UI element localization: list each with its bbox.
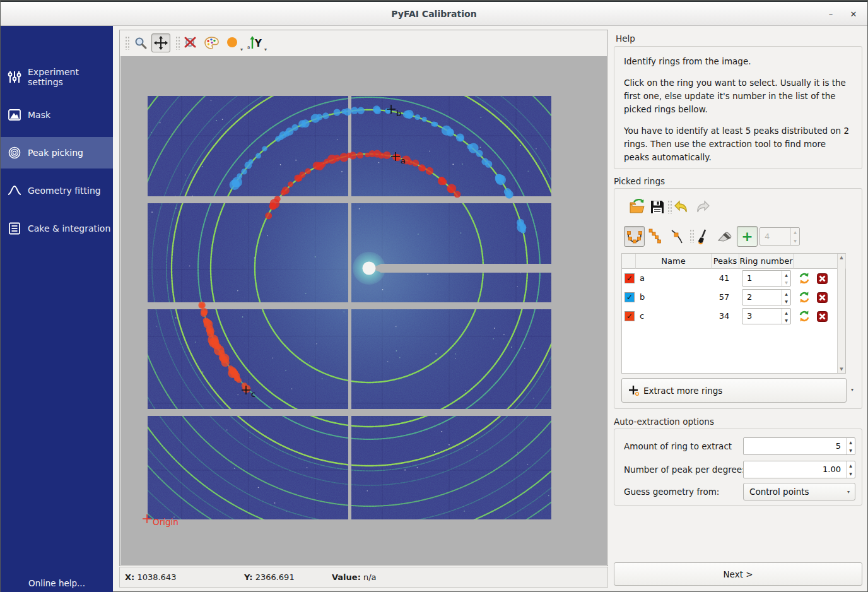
cake-icon [8, 222, 21, 235]
sidebar-item-experiment-settings[interactable]: Experiment settings [1, 61, 113, 93]
table-scrollbar[interactable]: ▲ ▼ [837, 254, 845, 373]
pan-tool-button[interactable] [151, 33, 170, 52]
auto-option-value: 1.00 [823, 465, 841, 474]
add-ring-button[interactable]: + [737, 226, 758, 247]
save-rings-button[interactable] [650, 199, 666, 216]
single-peak-tool-icon [669, 228, 686, 245]
ring-peaks-count: 57 [712, 292, 737, 302]
auto-option-spin[interactable]: 1.00▲▼ [743, 461, 855, 478]
spin-up-icon[interactable]: ▲ [785, 273, 788, 277]
extract-more-rings-button[interactable]: Extract more rings [621, 378, 847, 403]
extract-menu-caret-icon[interactable]: ▾ [851, 387, 853, 393]
plot-toolbar: ▾ a Y ▾ [120, 30, 607, 56]
svg-text:Y: Y [254, 38, 262, 49]
auto-option-label: Amount of ring to extract [624, 441, 732, 451]
ring-visible-checkbox[interactable]: ✓ [625, 273, 635, 283]
magnifier-icon [134, 36, 148, 50]
app-window: PyFAI Calibration – ✕ Experiment setting… [0, 0, 868, 592]
picked-rings-table: NamePeaksRing number ✓a411▲▼✓b572▲▼✓c343… [621, 253, 846, 374]
scroll-down-icon[interactable]: ▼ [838, 367, 845, 372]
ring-number-spin[interactable]: 1▲▼ [742, 270, 791, 287]
spin-down-icon[interactable]: ▼ [794, 239, 797, 243]
guess-geometry-combo[interactable]: Control points▾ [743, 483, 855, 500]
spin-down-icon[interactable]: ▼ [849, 471, 852, 476]
spin-down-icon[interactable]: ▼ [849, 448, 852, 453]
caret-down-icon: ▾ [847, 489, 850, 495]
combo-value: Control points [749, 487, 809, 497]
caret-down-icon: ▾ [264, 47, 267, 52]
svg-text:b: b [396, 109, 401, 118]
sidebar-item-cake-integration[interactable]: Cake & integration [1, 213, 113, 244]
delete-ring-icon[interactable] [817, 273, 828, 284]
toolbar-handle[interactable] [667, 200, 672, 214]
spin-up-icon[interactable]: ▲ [849, 440, 852, 444]
svg-text:a: a [247, 45, 250, 50]
sidebar-item-mask[interactable]: Mask [1, 99, 113, 131]
help-text: Identify rings from the image.Click on t… [624, 55, 853, 172]
spin-up-icon[interactable]: ▲ [849, 463, 852, 468]
new-ring-number-spin[interactable]: 4 ▲ ▼ [760, 227, 800, 246]
spin-up-icon[interactable]: ▲ [794, 230, 797, 234]
ring-peaks-count: 41 [712, 273, 737, 283]
marker-color-button[interactable]: ▾ [223, 33, 242, 52]
minimize-button[interactable]: – [823, 7, 838, 22]
spin-up-icon[interactable]: ▲ [785, 311, 788, 315]
arc-tool-icon [648, 228, 664, 245]
plus-dot-icon [628, 385, 640, 396]
help-section-title: Help [616, 33, 635, 44]
pan-arrows-icon [154, 36, 168, 50]
toolbar-handle[interactable] [175, 36, 180, 50]
title-bar: PyFAI Calibration – ✕ [1, 1, 867, 26]
redo-button[interactable] [695, 199, 711, 216]
arc-select-tool-button[interactable] [645, 226, 666, 247]
ring-visible-checkbox[interactable]: ✓ [625, 311, 635, 321]
next-button[interactable]: Next > [614, 562, 862, 586]
orange-dot-icon [226, 36, 240, 50]
load-rings-button[interactable] [629, 199, 645, 215]
ring-number-spin[interactable]: 2▲▼ [742, 289, 791, 305]
redo-arrow-icon [695, 199, 711, 215]
table-header-Ring number: Ring number [739, 254, 794, 269]
ring-number-spin[interactable]: 3▲▼ [742, 308, 791, 324]
colormap-button[interactable] [202, 33, 221, 52]
spin-down-icon[interactable]: ▼ [785, 318, 788, 323]
refresh-ring-icon[interactable] [798, 310, 811, 323]
online-help-link[interactable]: Online help... [1, 578, 113, 588]
point-select-tool-button[interactable] [667, 226, 688, 247]
refresh-ring-icon[interactable] [798, 272, 811, 285]
close-button[interactable]: ✕ [846, 7, 861, 22]
ring-name: a [640, 273, 645, 283]
svg-text:a: a [401, 156, 406, 165]
sliders-icon [8, 70, 21, 84]
eraser-tool-button[interactable] [714, 226, 735, 247]
toolbar-handle[interactable] [125, 36, 129, 50]
clear-zoom-button[interactable] [182, 33, 201, 52]
sidebar: Experiment settingsMaskPeak pickingGeome… [1, 26, 113, 592]
sidebar-item-label: Peak picking [28, 148, 83, 158]
sidebar-item-geometry-fitting[interactable]: Geometry fitting [1, 175, 113, 206]
rings-icon [8, 146, 21, 160]
sidebar-item-label: Experiment settings [28, 67, 113, 87]
spin-down-icon[interactable]: ▼ [785, 299, 788, 304]
table-row-a[interactable]: ✓a411▲▼ [622, 269, 845, 288]
diffraction-canvas[interactable]: abcOrigin [120, 56, 607, 565]
scroll-up-icon[interactable]: ▲ [838, 255, 845, 260]
ring-number-value: 3 [747, 311, 752, 321]
ring-select-tool-button[interactable] [624, 226, 645, 247]
undo-button[interactable] [673, 199, 689, 216]
ring-visible-checkbox[interactable]: ✓ [625, 292, 635, 302]
status-x-label: X: [125, 572, 134, 582]
spin-down-icon[interactable]: ▼ [785, 280, 788, 285]
refresh-ring-icon[interactable] [798, 291, 811, 304]
delete-ring-icon[interactable] [817, 311, 828, 322]
axis-orientation-button[interactable]: a Y ▾ [245, 33, 267, 52]
auto-option-spin[interactable]: 5▲▼ [743, 437, 855, 455]
spin-up-icon[interactable]: ▲ [785, 292, 788, 296]
table-row-b[interactable]: ✓b572▲▼ [622, 288, 845, 307]
full-ring-tool-icon [626, 228, 643, 245]
delete-ring-icon[interactable] [817, 292, 828, 303]
sidebar-item-peak-picking[interactable]: Peak picking [1, 137, 113, 169]
table-row-c[interactable]: ✓c343▲▼ [622, 307, 845, 326]
zoom-tool-button[interactable] [131, 33, 150, 52]
brush-tool-button[interactable] [693, 226, 714, 247]
